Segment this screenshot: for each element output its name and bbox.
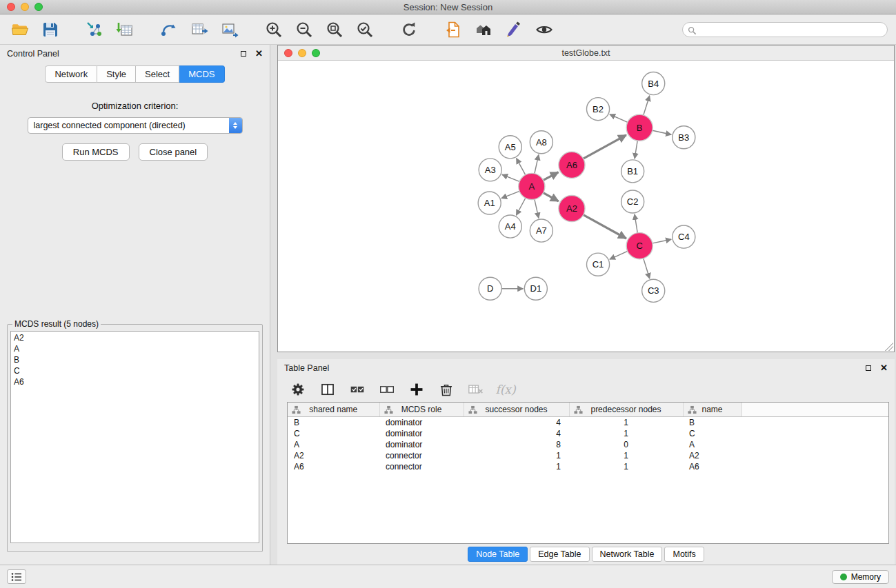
edge-C-C2[interactable] <box>635 214 637 233</box>
zoom-out-button[interactable] <box>290 18 319 41</box>
edge-A6-B[interactable] <box>584 135 626 159</box>
tab-style[interactable]: Style <box>97 65 136 83</box>
node-C1[interactable]: C1 <box>587 253 610 276</box>
float-panel-icon[interactable] <box>241 51 246 57</box>
delete-table-button[interactable] <box>467 381 485 398</box>
zoom-in-button[interactable] <box>259 18 288 41</box>
node-A8[interactable]: A8 <box>530 131 552 154</box>
resize-grip[interactable] <box>885 343 893 351</box>
table-row[interactable]: A6connector11A6 <box>288 461 888 472</box>
edge-A-A7[interactable] <box>535 199 539 218</box>
network-graph[interactable]: B4B2BB3A5A8A6B1A3AC2A1A2A4A7C4CC1C3DD1 <box>278 61 894 352</box>
search-input[interactable] <box>682 22 888 37</box>
optimization-criterion-dropdown[interactable]: largest connected component (directed) <box>28 117 243 134</box>
edge-B-B4[interactable] <box>644 96 650 115</box>
import-table-file-button[interactable] <box>110 18 139 41</box>
tab-edge-table[interactable]: Edge Table <box>530 547 589 562</box>
refresh-view-button[interactable] <box>395 18 424 41</box>
memory-button[interactable]: Memory <box>832 570 889 584</box>
tab-network[interactable]: Network <box>45 65 97 83</box>
edge-A-A8[interactable] <box>535 154 539 173</box>
table-close-panel-icon[interactable]: ✕ <box>880 365 888 372</box>
tab-network-table[interactable]: Network Table <box>592 547 663 562</box>
network-zoom-button[interactable] <box>312 49 320 57</box>
edge-B-B1[interactable] <box>635 141 637 159</box>
table-row[interactable]: Cdominator41C <box>288 428 888 439</box>
result-item[interactable]: A2 <box>14 332 256 343</box>
import-network-button[interactable] <box>155 18 183 41</box>
table-row[interactable]: Bdominator41B <box>288 416 888 428</box>
close-panel-button[interactable]: Close panel <box>139 143 208 161</box>
deselect-all-button[interactable] <box>378 381 396 398</box>
node-B4[interactable]: B4 <box>642 72 665 95</box>
edge-A-A3[interactable] <box>502 174 519 181</box>
edge-C-C4[interactable] <box>653 239 671 243</box>
node-A5[interactable]: A5 <box>499 136 521 159</box>
edge-A2-C[interactable] <box>584 215 626 239</box>
home-button[interactable] <box>469 18 498 41</box>
edge-A-A4[interactable] <box>516 198 525 215</box>
table-row[interactable]: A2connector11A2 <box>288 450 888 461</box>
edge-B-B3[interactable] <box>653 130 671 134</box>
zoom-selected-button[interactable] <box>350 18 379 41</box>
apply-style-button[interactable] <box>499 18 528 41</box>
run-mcds-button[interactable]: Run MCDS <box>62 143 130 161</box>
show-columns-button[interactable] <box>319 381 337 398</box>
table-float-panel-icon[interactable] <box>866 365 871 371</box>
tab-mcds[interactable]: MCDS <box>179 65 224 83</box>
first-neighbors-button[interactable] <box>439 18 468 41</box>
node-A1[interactable]: A1 <box>478 192 501 214</box>
column-header-predecessor-nodes[interactable]: predecessor nodes <box>569 403 683 416</box>
minimize-window-button[interactable] <box>21 3 29 11</box>
result-item[interactable]: A6 <box>14 376 256 387</box>
node-C[interactable]: C <box>626 233 653 259</box>
column-header-successor-nodes[interactable]: successor nodes <box>464 403 569 416</box>
node-A7[interactable]: A7 <box>530 219 552 242</box>
export-table-button[interactable] <box>185 18 214 41</box>
edge-A-A2[interactable] <box>543 193 558 201</box>
result-item[interactable]: B <box>14 354 256 365</box>
import-network-file-button[interactable] <box>80 18 109 41</box>
network-canvas[interactable]: B4B2BB3A5A8A6B1A3AC2A1A2A4A7C4CC1C3DD1 <box>278 61 894 352</box>
network-close-button[interactable] <box>284 49 292 57</box>
table-row[interactable]: Adominator80A <box>288 439 888 450</box>
edge-B-B2[interactable] <box>610 114 628 123</box>
result-item[interactable]: A <box>14 343 256 354</box>
node-A4[interactable]: A4 <box>499 215 521 238</box>
node-A[interactable]: A <box>519 173 545 199</box>
edge-C-C1[interactable] <box>610 251 628 259</box>
table-settings-button[interactable] <box>289 381 307 398</box>
node-B2[interactable]: B2 <box>587 98 610 121</box>
node-D[interactable]: D <box>479 277 501 300</box>
node-A3[interactable]: A3 <box>479 159 501 181</box>
node-A6[interactable]: A6 <box>559 152 585 178</box>
network-minimize-button[interactable] <box>298 49 306 57</box>
zoom-fit-button[interactable] <box>320 18 349 41</box>
open-session-button[interactable] <box>6 18 34 41</box>
node-C3[interactable]: C3 <box>642 279 665 302</box>
zoom-window-button[interactable] <box>34 3 43 11</box>
function-builder-button[interactable]: f(x) <box>497 381 515 398</box>
close-window-button[interactable] <box>7 3 15 11</box>
delete-column-button[interactable] <box>437 381 455 398</box>
node-C2[interactable]: C2 <box>621 190 644 213</box>
tab-node-table[interactable]: Node Table <box>468 547 528 562</box>
save-session-button[interactable] <box>36 18 65 41</box>
node-B3[interactable]: B3 <box>673 126 695 149</box>
task-history-button[interactable] <box>7 569 26 584</box>
close-panel-icon[interactable]: ✕ <box>255 50 263 57</box>
edge-C-C3[interactable] <box>644 258 650 278</box>
edge-A-A6[interactable] <box>544 172 559 181</box>
select-all-button[interactable] <box>348 381 366 398</box>
tab-select[interactable]: Select <box>136 65 179 83</box>
show-hide-button[interactable] <box>530 18 559 41</box>
node-B1[interactable]: B1 <box>621 160 644 183</box>
node-A2[interactable]: A2 <box>559 195 585 221</box>
column-header-shared-name[interactable]: shared name <box>288 403 379 416</box>
node-D1[interactable]: D1 <box>524 277 547 300</box>
result-item[interactable]: C <box>14 365 256 376</box>
export-image-button[interactable] <box>215 18 244 41</box>
column-header-mcds-role[interactable]: MCDS role <box>379 403 464 416</box>
tab-motifs[interactable]: Motifs <box>664 547 704 562</box>
add-column-button[interactable] <box>408 381 426 398</box>
